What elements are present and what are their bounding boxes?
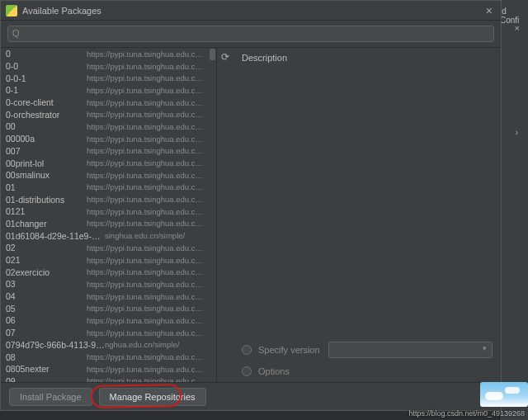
package-name: 02exercicio [6, 267, 87, 277]
package-name: 08 [6, 352, 87, 362]
package-name: 021 [6, 255, 87, 265]
package-source: nghua.edu.cn/simple/ [105, 340, 204, 349]
list-item[interactable]: 00https://pypi.tuna.tsinghua.edu.cn/simp… [1, 120, 209, 133]
list-item[interactable]: 0-orchestratorhttps://pypi.tuna.tsinghua… [1, 108, 209, 120]
list-item[interactable]: 07https://pypi.tuna.tsinghua.edu.cn/simp… [1, 327, 209, 339]
list-item[interactable]: 03https://pypi.tuna.tsinghua.edu.cn/simp… [1, 278, 209, 290]
package-name: 00000a [6, 134, 87, 144]
package-name: 03 [6, 279, 87, 289]
package-source: https://pypi.tuna.tsinghua.edu.cn/simple… [87, 146, 204, 155]
bg-arrow-icon: › [516, 128, 518, 137]
package-name: 09 [6, 376, 87, 382]
package-source: https://pypi.tuna.tsinghua.edu.cn/simple… [87, 292, 204, 301]
list-item[interactable]: 00smalinuxhttps://pypi.tuna.tsinghua.edu… [1, 169, 209, 182]
list-item[interactable]: 0https://pypi.tuna.tsinghua.edu.cn/simpl… [1, 48, 209, 60]
available-packages-dialog: Available Packages × Q 0https://pypi.tun… [0, 0, 502, 411]
version-select[interactable] [328, 342, 493, 358]
package-source: https://pypi.tuna.tsinghua.edu.cn/simple… [87, 267, 204, 276]
list-item[interactable]: 0121https://pypi.tuna.tsinghua.edu.cn/si… [1, 205, 209, 218]
package-name: 0-0-1 [6, 73, 87, 83]
thumbnail-image [480, 382, 528, 407]
search-input[interactable] [7, 26, 494, 42]
package-source: https://pypi.tuna.tsinghua.edu.cn/simple… [87, 365, 204, 374]
package-name: 00print-lol [6, 158, 87, 168]
package-name: 01 [6, 182, 87, 192]
list-item[interactable]: 08https://pypi.tuna.tsinghua.edu.cn/simp… [1, 351, 209, 363]
list-item[interactable]: 0-0-1https://pypi.tuna.tsinghua.edu.cn/s… [1, 72, 209, 84]
package-name: 0805nexter [6, 364, 87, 374]
package-source: https://pypi.tuna.tsinghua.edu.cn/simple… [87, 110, 204, 119]
bg-close-icon[interactable]: × [515, 23, 520, 33]
list-item[interactable]: 01https://pypi.tuna.tsinghua.edu.cn/simp… [1, 182, 209, 194]
refresh-icon[interactable]: ⟳ [221, 51, 229, 63]
list-item[interactable]: 00000ahttps://pypi.tuna.tsinghua.edu.cn/… [1, 133, 209, 145]
list-item[interactable]: 01changerhttps://pypi.tuna.tsinghua.edu.… [1, 218, 209, 230]
package-scrollbar[interactable] [209, 48, 216, 382]
package-source: https://pypi.tuna.tsinghua.edu.cn/simple… [87, 122, 204, 131]
specify-version-label: Specify version [258, 345, 320, 355]
close-icon[interactable]: × [483, 4, 496, 17]
list-item[interactable]: 0-0https://pypi.tuna.tsinghua.edu.cn/sim… [1, 60, 209, 73]
package-source: singhua.edu.cn/simple/ [105, 231, 204, 240]
specify-version-row: Specify version [242, 339, 493, 361]
list-item[interactable]: 0-core-clienthttps://pypi.tuna.tsinghua.… [1, 97, 209, 109]
list-item[interactable]: 00print-lolhttps://pypi.tuna.tsinghua.ed… [1, 157, 209, 169]
dialog-footer: Install Package Manage Repositories [1, 382, 501, 410]
package-name: 0121 [6, 206, 87, 216]
package-name: 00smalinux [6, 170, 87, 180]
package-name: 01d61084-d29e-11e9-96d1-7c5cf84ffe8e [6, 231, 105, 241]
package-source: https://pypi.tuna.tsinghua.edu.cn/simple… [87, 134, 204, 144]
search-box: Q [7, 26, 494, 42]
list-item[interactable]: 0-1https://pypi.tuna.tsinghua.edu.cn/sim… [1, 84, 209, 97]
list-item[interactable]: 01d61084-d29e-11e9-96d1-7c5cf84ffe8esing… [1, 229, 209, 242]
package-name: 01changer [6, 219, 87, 229]
package-source: https://pypi.tuna.tsinghua.edu.cn/simple… [87, 219, 204, 228]
options-label: Options [258, 366, 290, 376]
package-name: 04 [6, 291, 87, 301]
description-body [242, 68, 493, 339]
app-icon [6, 5, 17, 17]
list-item[interactable]: 09https://pypi.tuna.tsinghua.edu.cn/simp… [1, 375, 209, 382]
package-source: https://pypi.tuna.tsinghua.edu.cn/simple… [87, 86, 204, 95]
package-source: https://pypi.tuna.tsinghua.edu.cn/simple… [87, 243, 204, 252]
watermark-text: https://blog.csdn.net/m0_49139268 [408, 409, 525, 418]
list-item[interactable]: 007https://pypi.tuna.tsinghua.edu.cn/sim… [1, 145, 209, 158]
package-source: https://pypi.tuna.tsinghua.edu.cn/simple… [87, 182, 204, 191]
list-item[interactable]: 01-distributionshttps://pypi.tuna.tsingh… [1, 193, 209, 205]
package-name: 02 [6, 243, 87, 252]
description-label: Description [242, 53, 493, 63]
package-source: https://pypi.tuna.tsinghua.edu.cn/simple… [87, 98, 204, 107]
bg-label: ld Confi [500, 7, 526, 25]
package-source: https://pypi.tuna.tsinghua.edu.cn/simple… [87, 256, 204, 265]
package-name: 07 [6, 328, 87, 337]
scroll-thumb[interactable] [210, 49, 215, 60]
list-item[interactable]: 0805nexterhttps://pypi.tuna.tsinghua.edu… [1, 363, 209, 375]
list-item[interactable]: 021https://pypi.tuna.tsinghua.edu.cn/sim… [1, 254, 209, 267]
specify-version-checkbox[interactable] [242, 345, 252, 355]
list-item[interactable]: 0794d79c-966b-4113-9cea-3e5b658a7de7nghu… [1, 339, 209, 352]
list-item[interactable]: 04https://pypi.tuna.tsinghua.edu.cn/simp… [1, 290, 209, 303]
package-name: 007 [6, 146, 87, 156]
list-item[interactable]: 06https://pypi.tuna.tsinghua.edu.cn/simp… [1, 314, 209, 327]
package-list[interactable]: 0https://pypi.tuna.tsinghua.edu.cn/simpl… [1, 48, 209, 382]
content-area: 0https://pypi.tuna.tsinghua.edu.cn/simpl… [1, 48, 501, 382]
package-name: 0-1 [6, 85, 87, 95]
package-source: https://pypi.tuna.tsinghua.edu.cn/simple… [87, 195, 204, 204]
install-package-button[interactable]: Install Package [9, 388, 92, 406]
package-name: 0-0 [6, 61, 87, 71]
search-row: Q [1, 21, 501, 48]
package-name: 0-orchestrator [6, 110, 87, 120]
package-source: https://pypi.tuna.tsinghua.edu.cn/simple… [87, 62, 204, 71]
options-checkbox[interactable] [242, 366, 252, 376]
details-pane: Description Specify version Options [233, 48, 501, 382]
package-source: https://pypi.tuna.tsinghua.edu.cn/simple… [87, 280, 204, 289]
package-name: 0-core-client [6, 97, 87, 107]
package-name: 01-distributions [6, 195, 87, 205]
list-item[interactable]: 02https://pypi.tuna.tsinghua.edu.cn/simp… [1, 242, 209, 254]
manage-repositories-button[interactable]: Manage Repositories [99, 388, 206, 406]
refresh-column: ⟳ [217, 48, 233, 382]
list-item[interactable]: 02exerciciohttps://pypi.tuna.tsinghua.ed… [1, 266, 209, 278]
list-item[interactable]: 05https://pypi.tuna.tsinghua.edu.cn/simp… [1, 302, 209, 314]
package-name: 06 [6, 315, 87, 325]
package-name: 05 [6, 304, 87, 314]
